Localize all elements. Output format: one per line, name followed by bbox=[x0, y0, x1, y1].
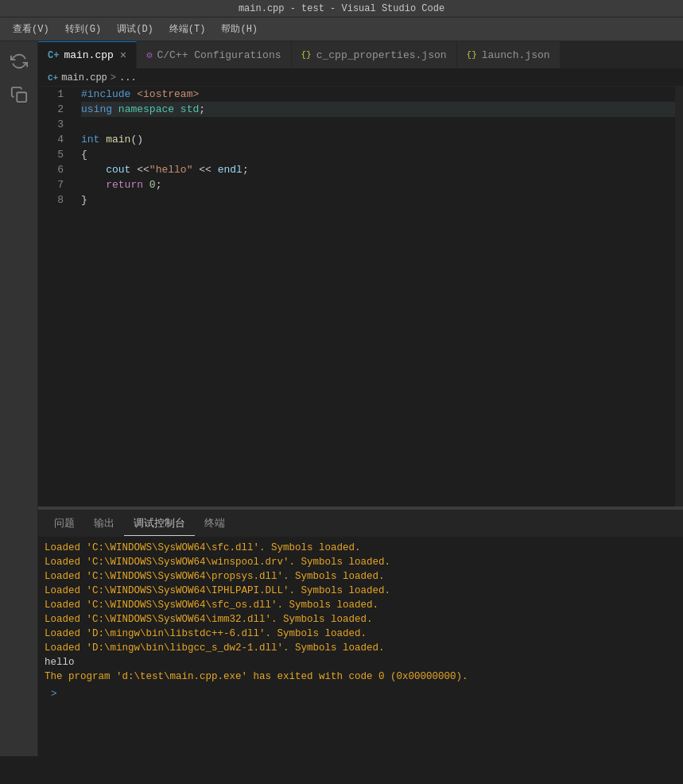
panel-tab-terminal[interactable]: 终端 bbox=[195, 511, 235, 535]
json-icon-2: {} bbox=[467, 50, 477, 60]
minimap bbox=[675, 87, 683, 506]
code-line-7: return 0; bbox=[81, 177, 675, 192]
json-icon-1: {} bbox=[301, 50, 312, 60]
menu-bar: 查看(V) 转到(G) 调试(D) 终端(T) 帮助(H) bbox=[0, 17, 683, 41]
code-line-2: using namespace std; bbox=[81, 102, 675, 117]
panel-tabs: 问题 输出 调试控制台 终端 bbox=[38, 510, 683, 538]
terminal-prompt[interactable]: > bbox=[45, 684, 677, 704]
line-numbers: 1 2 3 4 5 6 7 8 bbox=[38, 87, 78, 506]
panel-content: Loaded 'C:\WINDOWS\SysWOW64\sfc.dll'. Sy… bbox=[38, 538, 683, 756]
title-bar: main.cpp - test - Visual Studio Code bbox=[0, 0, 683, 17]
activity-refresh[interactable] bbox=[6, 48, 33, 75]
panel-tab-debug-console[interactable]: 调试控制台 bbox=[124, 511, 195, 536]
debug-line-7: Loaded 'D:\mingw\bin\libgcc_s_dw2-1.dll'… bbox=[45, 641, 677, 655]
breadcrumb-file-icon: C+ bbox=[48, 73, 58, 83]
line-num-8: 8 bbox=[38, 192, 72, 208]
debug-line-4: Loaded 'C:\WINDOWS\SysWOW64\sfc_os.dll'.… bbox=[45, 598, 677, 612]
panel-tab-output[interactable]: 输出 bbox=[84, 511, 124, 535]
title-bar-text: main.cpp - test - Visual Studio Code bbox=[239, 3, 444, 14]
code-line-6: cout <<"hello" << endl; bbox=[81, 162, 675, 177]
line-num-7: 7 bbox=[38, 177, 72, 192]
debug-line-3: Loaded 'C:\WINDOWS\SysWOW64\IPHLPAPI.DLL… bbox=[45, 584, 677, 598]
menu-help[interactable]: 帮助(H) bbox=[215, 19, 264, 39]
menu-terminal[interactable]: 终端(T) bbox=[163, 19, 212, 39]
editor[interactable]: 1 2 3 4 5 6 7 8 #include <iostream> usin… bbox=[38, 87, 683, 506]
tab-label-c-cpp-properties: c_cpp_properties.json bbox=[316, 49, 447, 61]
menu-goto[interactable]: 转到(G) bbox=[59, 19, 108, 39]
tab-cpp-config[interactable]: ⚙ C/C++ Configurations bbox=[137, 41, 291, 68]
line-num-1: 1 bbox=[38, 87, 72, 102]
code-area[interactable]: #include <iostream> using namespace std;… bbox=[78, 87, 675, 506]
menu-view[interactable]: 查看(V) bbox=[6, 19, 56, 39]
breadcrumb-sep: > bbox=[111, 72, 116, 83]
main-area: C+ main.cpp × ⚙ C/C++ Configurations {} … bbox=[0, 41, 683, 756]
code-line-5: { bbox=[81, 147, 675, 162]
debug-line-2: Loaded 'C:\WINDOWS\SysWOW64\propsys.dll'… bbox=[45, 569, 677, 584]
line-num-5: 5 bbox=[38, 147, 72, 162]
code-line-1: #include <iostream> bbox=[81, 87, 675, 102]
tab-label-launch-json: launch.json bbox=[482, 49, 550, 61]
line-num-4: 4 bbox=[38, 132, 72, 147]
tab-bar: C+ main.cpp × ⚙ C/C++ Configurations {} … bbox=[38, 41, 683, 69]
tab-label-main-cpp: main.cpp bbox=[64, 49, 113, 61]
breadcrumb: C+ main.cpp > ... bbox=[38, 69, 683, 87]
hello-output: hello bbox=[45, 655, 677, 670]
tab-close-main-cpp[interactable]: × bbox=[120, 49, 126, 62]
config-icon: ⚙ bbox=[146, 49, 152, 61]
tab-label-cpp-config: C/C++ Configurations bbox=[157, 49, 281, 61]
menu-debug[interactable]: 调试(D) bbox=[111, 19, 160, 39]
code-line-4: int main() bbox=[81, 132, 675, 147]
debug-line-1: Loaded 'C:\WINDOWS\SysWOW64\winspool.drv… bbox=[45, 555, 677, 569]
line-num-2: 2 bbox=[38, 102, 72, 117]
tab-c-cpp-properties[interactable]: {} c_cpp_properties.json bbox=[292, 41, 457, 68]
code-line-8: } bbox=[81, 192, 675, 208]
breadcrumb-rest: ... bbox=[119, 72, 137, 83]
cpp-icon: C+ bbox=[48, 50, 59, 61]
line-num-3: 3 bbox=[38, 117, 72, 132]
line-num-6: 6 bbox=[38, 162, 72, 177]
breadcrumb-file: main.cpp bbox=[61, 72, 107, 83]
activity-copy[interactable] bbox=[6, 81, 33, 108]
activity-bar bbox=[0, 41, 38, 756]
tab-launch-json[interactable]: {} launch.json bbox=[457, 41, 561, 68]
debug-line-5: Loaded 'C:\WINDOWS\SysWOW64\imm32.dll'. … bbox=[45, 612, 677, 627]
svg-rect-0 bbox=[17, 92, 26, 102]
debug-line-6: Loaded 'D:\mingw\bin\libstdc++-6.dll'. S… bbox=[45, 627, 677, 641]
panel: 问题 输出 调试控制台 终端 Loaded 'C:\WINDOWS\SysWOW… bbox=[38, 510, 683, 756]
tab-main-cpp[interactable]: C+ main.cpp × bbox=[38, 41, 137, 68]
debug-line-0: Loaded 'C:\WINDOWS\SysWOW64\sfc.dll'. Sy… bbox=[45, 541, 677, 555]
exit-message: The program 'd:\test\main.cpp.exe' has e… bbox=[45, 670, 677, 684]
editor-panel-container: C+ main.cpp × ⚙ C/C++ Configurations {} … bbox=[38, 41, 683, 756]
panel-tab-problems[interactable]: 问题 bbox=[45, 511, 84, 535]
code-line-3 bbox=[81, 117, 675, 132]
